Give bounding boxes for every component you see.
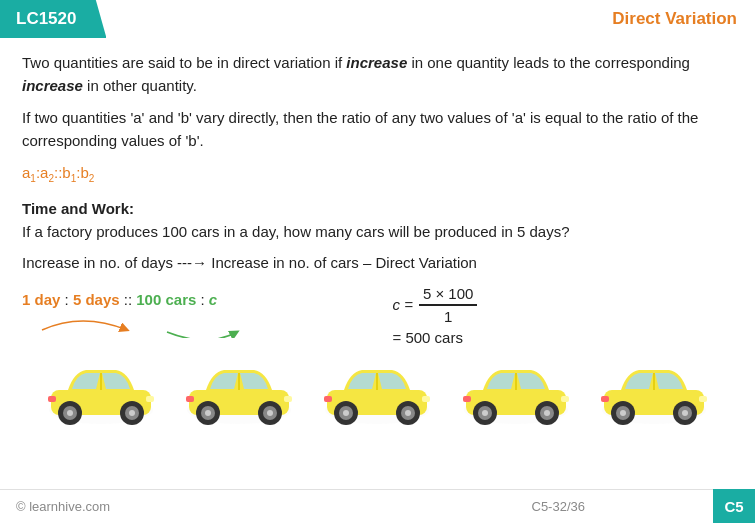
expr-colon-3: : (196, 291, 209, 308)
svg-rect-9 (146, 396, 154, 402)
fraction-calculation: c = 5 × 100 1 = 500 cars (363, 285, 734, 346)
definition-text-2: in one quantity leads to the correspondi… (407, 54, 690, 71)
b1: b1 (62, 164, 76, 181)
expr-colon-2: :: (120, 291, 137, 308)
curved-arrows-diagram (22, 310, 272, 338)
svg-point-19 (267, 410, 273, 416)
svg-point-27 (343, 410, 349, 416)
svg-rect-42 (561, 396, 569, 402)
car-5 (599, 358, 709, 430)
main-content: Two quantities are said to be in direct … (0, 38, 755, 450)
svg-rect-54 (601, 396, 609, 402)
svg-rect-31 (422, 396, 430, 402)
svg-rect-32 (324, 396, 332, 402)
svg-rect-21 (186, 396, 194, 402)
svg-point-38 (482, 410, 488, 416)
footer: © learnhive.com C5-32/36 C5 (0, 489, 755, 523)
expr-5-days: 5 days (73, 291, 120, 308)
a1: a1 (22, 164, 36, 181)
svg-rect-53 (699, 396, 707, 402)
increase-bold-2: increase (22, 77, 83, 94)
cars-illustration (22, 358, 733, 430)
problem-statement: If a factory produces 100 cars in a day,… (22, 221, 733, 244)
result-line: = 500 cars (393, 329, 734, 346)
svg-point-5 (67, 410, 73, 416)
footer-badge-text: C5 (724, 498, 743, 515)
section-title: Time and Work: (22, 200, 733, 217)
topic-title-text: Direct Variation (612, 9, 737, 29)
formula-row: 1 day : 5 days :: 100 cars : c (22, 285, 733, 346)
svg-point-49 (620, 410, 626, 416)
fraction-numerator: 5 × 100 (419, 285, 477, 306)
section-title-text: Time and Work (22, 200, 129, 217)
fraction: 5 × 100 1 (419, 285, 477, 325)
header: LC1520 Direct Variation (0, 0, 755, 38)
variation-expression: 1 day : 5 days :: 100 cars : c (22, 285, 363, 338)
definition-text-3: in other quantity. (83, 77, 197, 94)
expr-100-cars: 100 cars (136, 291, 196, 308)
ratio-explanation: If two quantities 'a' and 'b' vary direc… (22, 107, 733, 152)
page-number: C5-32/36 (378, 499, 740, 514)
lesson-code-badge: LC1520 (0, 0, 106, 38)
b2: b2 (80, 164, 94, 181)
svg-rect-20 (284, 396, 292, 402)
lesson-code: LC1520 (16, 9, 76, 29)
car-4 (461, 358, 571, 430)
footer-badge: C5 (713, 489, 755, 523)
fraction-denominator: 1 (419, 306, 477, 325)
svg-point-52 (682, 410, 688, 416)
definition-text-1: Two quantities are said to be in direct … (22, 54, 346, 71)
car-1 (46, 358, 156, 430)
a2: a2 (40, 164, 54, 181)
fraction-wrapper: c = 5 × 100 1 (393, 285, 734, 325)
expr-c: c (209, 291, 217, 308)
topic-title: Direct Variation (106, 0, 755, 38)
definition-paragraph: Two quantities are said to be in direct … (22, 52, 733, 97)
car-2 (184, 358, 294, 430)
svg-point-8 (129, 410, 135, 416)
expr-colon-1: : (60, 291, 73, 308)
svg-point-16 (205, 410, 211, 416)
c-equals-label: c = (393, 296, 413, 313)
increase-bold-1: increase (346, 54, 407, 71)
ratio-expression: a1:a2::b1:b2 (22, 162, 733, 186)
expr-1-day: 1 day (22, 291, 60, 308)
svg-point-41 (544, 410, 550, 416)
arrow-explanation: Increase in no. of days ---→ Increase in… (22, 254, 733, 271)
svg-point-30 (405, 410, 411, 416)
car-3 (322, 358, 432, 430)
svg-rect-43 (463, 396, 471, 402)
svg-rect-10 (48, 396, 56, 402)
copyright: © learnhive.com (16, 499, 378, 514)
